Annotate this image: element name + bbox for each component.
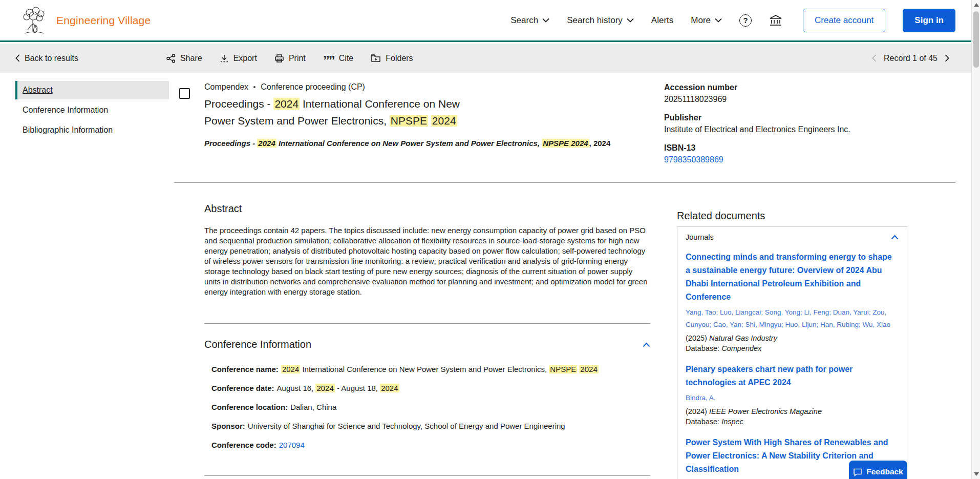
share-button[interactable]: Share xyxy=(166,54,202,63)
app-header: Engineering Village Search Search histor… xyxy=(0,0,980,42)
chevron-down-icon xyxy=(542,18,549,23)
institution-button[interactable] xyxy=(769,14,782,27)
nav-search[interactable]: Search xyxy=(510,15,549,26)
vertical-scrollbar[interactable] xyxy=(971,0,980,479)
chevron-up-icon xyxy=(643,342,650,347)
conference-location-field: Conference location:Dalian, China xyxy=(211,403,650,411)
related-document-database: Database: Compendex xyxy=(686,343,899,353)
next-record-button[interactable] xyxy=(945,54,949,62)
record-pagination: Record 1 of 45 xyxy=(872,54,949,63)
conference-code-field[interactable]: Conference code:207094 xyxy=(211,441,650,449)
sidebar-item-conference-information[interactable]: Conference Information xyxy=(15,101,169,119)
related-document-item: Plenary speakers chart new path for powe… xyxy=(686,363,899,427)
nav-alerts[interactable]: Alerts xyxy=(651,15,673,26)
chevron-left-icon xyxy=(872,54,877,62)
breadcrumb: Compendex Conference proceeding (CP) xyxy=(204,82,655,92)
related-document-database: Database: Inspec xyxy=(686,416,899,427)
conference-name-field: Conference name:2024 International Confe… xyxy=(211,365,650,373)
related-documents-panel: Journals Connecting minds and transformi… xyxy=(677,226,907,479)
isbn13-link[interactable]: 9798350389869 xyxy=(664,155,961,164)
related-document-title-link[interactable]: Connecting minds and transforming energy… xyxy=(686,251,899,304)
folder-add-icon xyxy=(371,54,381,63)
scroll-up-arrow-icon[interactable] xyxy=(974,3,979,7)
related-document-authors[interactable]: Yang, Tao; Luo, Liangcai; Song, Yong; Li… xyxy=(686,306,899,331)
feedback-button[interactable]: Feedback xyxy=(849,461,907,479)
previous-record-button[interactable] xyxy=(872,54,877,62)
conference-date-field: Conference date:August 16, 2024 - August… xyxy=(211,384,650,392)
sign-in-button[interactable]: Sign in xyxy=(903,9,955,32)
database-label: Compendex xyxy=(204,82,248,92)
header-nav: Search Search history Alerts More ? xyxy=(510,9,955,32)
divider xyxy=(204,323,650,324)
related-document-title-link[interactable]: Plenary speakers chart new path for powe… xyxy=(686,363,899,389)
back-to-results-button[interactable]: Back to results xyxy=(15,54,78,63)
accession-number-label: Accession number xyxy=(664,83,961,92)
document-type-label: Conference proceeding (CP) xyxy=(261,82,365,92)
create-account-button[interactable]: Create account xyxy=(803,9,885,32)
related-documents-heading: Related documents xyxy=(677,210,765,222)
record-source-title: Proceedings - 2024 International Confere… xyxy=(204,139,655,148)
accession-number-value: 20251118023969 xyxy=(664,95,961,104)
download-icon xyxy=(220,54,229,63)
divider xyxy=(174,182,955,183)
abstract-heading: Abstract xyxy=(204,203,650,215)
scrollbar-thumb[interactable] xyxy=(973,11,979,68)
record-toolbar: Back to results Share Export xyxy=(0,44,980,73)
related-document-authors[interactable]: Bindra, A. xyxy=(686,392,899,404)
journals-group-label: Journals xyxy=(686,233,714,241)
conference-fields: Conference name:2024 International Confe… xyxy=(204,365,650,449)
elsevier-tree-logo-icon xyxy=(20,6,47,35)
sidebar-item-abstract[interactable]: Abstract xyxy=(15,81,169,99)
isbn13-label: ISBN-13 xyxy=(664,143,961,153)
record-header: Compendex Conference proceeding (CP) Pro… xyxy=(204,82,655,148)
related-document-item: Connecting minds and transforming energy… xyxy=(686,251,899,353)
nav-more[interactable]: More xyxy=(691,15,722,26)
abstract-section: Abstract The proceedings contain 42 pape… xyxy=(204,203,650,297)
scroll-down-arrow-icon[interactable] xyxy=(974,472,979,476)
record-title: Proceedings - 2024 International Confere… xyxy=(204,95,491,129)
nav-search-history[interactable]: Search history xyxy=(567,15,634,26)
chevron-left-icon xyxy=(15,54,20,62)
conference-information-section: Conference Information Conference name:2… xyxy=(204,339,650,449)
publisher-label: Publisher xyxy=(664,113,961,122)
chevron-down-icon xyxy=(627,18,634,23)
sponsor-field: Sponsor:University of Shanghai for Scien… xyxy=(211,422,650,430)
chevron-down-icon xyxy=(715,18,722,23)
collapse-section-button[interactable] xyxy=(643,342,650,347)
sidebar-item-bibliographic-information[interactable]: Bibliographic Information xyxy=(15,121,169,139)
chevron-right-icon xyxy=(945,54,949,62)
chevron-up-icon xyxy=(891,235,899,240)
record-count-label: Record 1 of 45 xyxy=(884,54,938,63)
cite-button[interactable]: ”” Cite xyxy=(323,54,353,63)
speech-bubble-icon xyxy=(853,468,862,476)
toolbar-actions: Share Export Print ”” Cite xyxy=(166,54,413,63)
journals-group-header[interactable]: Journals xyxy=(686,233,899,241)
print-button[interactable]: Print xyxy=(274,54,306,63)
publisher-value: Institute of Electrical and Electronics … xyxy=(664,125,961,134)
abstract-text: The proceedings contain 42 papers. The t… xyxy=(204,225,650,297)
export-button[interactable]: Export xyxy=(220,54,257,63)
institution-bank-icon xyxy=(769,14,782,27)
brand-name: Engineering Village xyxy=(56,14,151,27)
share-icon xyxy=(166,54,176,63)
question-circle-icon: ? xyxy=(739,14,752,27)
brand-logo[interactable]: Engineering Village xyxy=(20,6,151,35)
record-metadata: Accession number 20251118023969 Publishe… xyxy=(664,83,961,174)
folders-button[interactable]: Folders xyxy=(371,54,413,63)
divider xyxy=(204,475,650,476)
record-select-checkbox[interactable] xyxy=(179,88,190,99)
conference-information-heading: Conference Information xyxy=(204,339,311,350)
related-document-source: (2024) IEEE Power Electronics Magazine xyxy=(686,406,899,416)
record-section-nav: Abstract Conference Information Bibliogr… xyxy=(15,81,169,139)
help-button[interactable]: ? xyxy=(739,14,752,27)
dot-separator xyxy=(253,86,255,88)
printer-icon xyxy=(274,54,284,63)
quote-icon: ”” xyxy=(323,58,334,63)
related-document-source: (2025) Natural Gas Industry xyxy=(686,333,899,343)
